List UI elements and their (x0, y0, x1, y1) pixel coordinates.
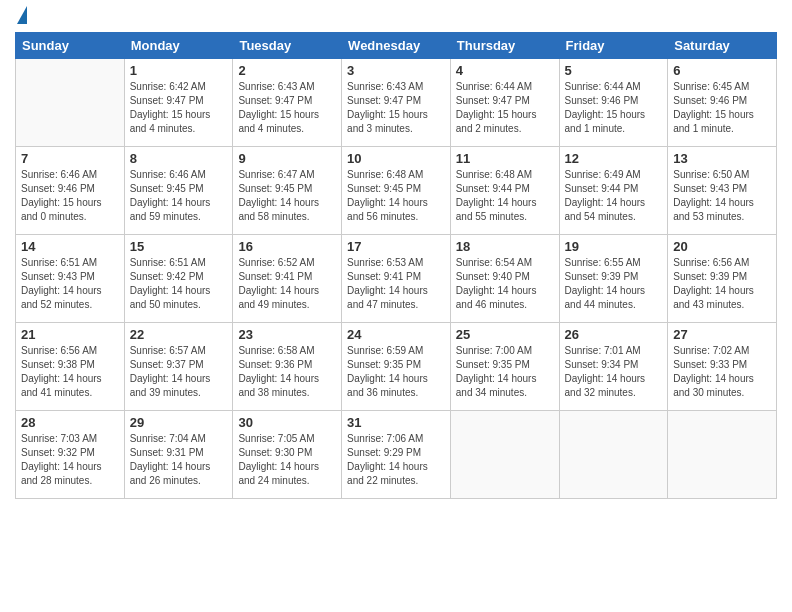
calendar-cell: 22Sunrise: 6:57 AM Sunset: 9:37 PM Dayli… (124, 323, 233, 411)
calendar-cell: 6Sunrise: 6:45 AM Sunset: 9:46 PM Daylig… (668, 59, 777, 147)
calendar-cell: 2Sunrise: 6:43 AM Sunset: 9:47 PM Daylig… (233, 59, 342, 147)
day-number: 17 (347, 239, 445, 254)
day-number: 11 (456, 151, 554, 166)
page: SundayMondayTuesdayWednesdayThursdayFrid… (0, 0, 792, 612)
calendar-cell: 27Sunrise: 7:02 AM Sunset: 9:33 PM Dayli… (668, 323, 777, 411)
calendar-cell: 30Sunrise: 7:05 AM Sunset: 9:30 PM Dayli… (233, 411, 342, 499)
day-number: 13 (673, 151, 771, 166)
weekday-header-saturday: Saturday (668, 33, 777, 59)
calendar-cell: 23Sunrise: 6:58 AM Sunset: 9:36 PM Dayli… (233, 323, 342, 411)
weekday-header-thursday: Thursday (450, 33, 559, 59)
day-number: 8 (130, 151, 228, 166)
day-info: Sunrise: 6:44 AM Sunset: 9:46 PM Dayligh… (565, 80, 663, 136)
calendar-header-row: SundayMondayTuesdayWednesdayThursdayFrid… (16, 33, 777, 59)
day-info: Sunrise: 7:06 AM Sunset: 9:29 PM Dayligh… (347, 432, 445, 488)
day-info: Sunrise: 6:52 AM Sunset: 9:41 PM Dayligh… (238, 256, 336, 312)
day-info: Sunrise: 6:53 AM Sunset: 9:41 PM Dayligh… (347, 256, 445, 312)
day-info: Sunrise: 6:57 AM Sunset: 9:37 PM Dayligh… (130, 344, 228, 400)
calendar-cell: 1Sunrise: 6:42 AM Sunset: 9:47 PM Daylig… (124, 59, 233, 147)
day-info: Sunrise: 6:50 AM Sunset: 9:43 PM Dayligh… (673, 168, 771, 224)
day-info: Sunrise: 7:01 AM Sunset: 9:34 PM Dayligh… (565, 344, 663, 400)
day-info: Sunrise: 6:51 AM Sunset: 9:42 PM Dayligh… (130, 256, 228, 312)
calendar-cell: 13Sunrise: 6:50 AM Sunset: 9:43 PM Dayli… (668, 147, 777, 235)
day-info: Sunrise: 6:43 AM Sunset: 9:47 PM Dayligh… (238, 80, 336, 136)
calendar-week-row: 14Sunrise: 6:51 AM Sunset: 9:43 PM Dayli… (16, 235, 777, 323)
day-info: Sunrise: 7:02 AM Sunset: 9:33 PM Dayligh… (673, 344, 771, 400)
calendar-cell: 8Sunrise: 6:46 AM Sunset: 9:45 PM Daylig… (124, 147, 233, 235)
day-info: Sunrise: 6:43 AM Sunset: 9:47 PM Dayligh… (347, 80, 445, 136)
day-info: Sunrise: 6:56 AM Sunset: 9:39 PM Dayligh… (673, 256, 771, 312)
calendar-cell: 18Sunrise: 6:54 AM Sunset: 9:40 PM Dayli… (450, 235, 559, 323)
day-number: 30 (238, 415, 336, 430)
day-number: 21 (21, 327, 119, 342)
weekday-header-tuesday: Tuesday (233, 33, 342, 59)
calendar-cell: 20Sunrise: 6:56 AM Sunset: 9:39 PM Dayli… (668, 235, 777, 323)
day-info: Sunrise: 6:42 AM Sunset: 9:47 PM Dayligh… (130, 80, 228, 136)
calendar-cell: 25Sunrise: 7:00 AM Sunset: 9:35 PM Dayli… (450, 323, 559, 411)
day-number: 5 (565, 63, 663, 78)
day-number: 26 (565, 327, 663, 342)
day-info: Sunrise: 6:45 AM Sunset: 9:46 PM Dayligh… (673, 80, 771, 136)
day-info: Sunrise: 7:04 AM Sunset: 9:31 PM Dayligh… (130, 432, 228, 488)
calendar-cell: 15Sunrise: 6:51 AM Sunset: 9:42 PM Dayli… (124, 235, 233, 323)
day-number: 3 (347, 63, 445, 78)
calendar-cell (559, 411, 668, 499)
weekday-header-monday: Monday (124, 33, 233, 59)
calendar-cell: 7Sunrise: 6:46 AM Sunset: 9:46 PM Daylig… (16, 147, 125, 235)
day-number: 28 (21, 415, 119, 430)
calendar-cell: 11Sunrise: 6:48 AM Sunset: 9:44 PM Dayli… (450, 147, 559, 235)
weekday-header-friday: Friday (559, 33, 668, 59)
day-number: 19 (565, 239, 663, 254)
calendar-cell: 19Sunrise: 6:55 AM Sunset: 9:39 PM Dayli… (559, 235, 668, 323)
calendar-cell: 17Sunrise: 6:53 AM Sunset: 9:41 PM Dayli… (342, 235, 451, 323)
logo (15, 10, 27, 24)
calendar-cell: 9Sunrise: 6:47 AM Sunset: 9:45 PM Daylig… (233, 147, 342, 235)
weekday-header-wednesday: Wednesday (342, 33, 451, 59)
calendar-week-row: 28Sunrise: 7:03 AM Sunset: 9:32 PM Dayli… (16, 411, 777, 499)
calendar-table: SundayMondayTuesdayWednesdayThursdayFrid… (15, 32, 777, 499)
day-info: Sunrise: 7:05 AM Sunset: 9:30 PM Dayligh… (238, 432, 336, 488)
day-number: 29 (130, 415, 228, 430)
day-number: 24 (347, 327, 445, 342)
day-number: 22 (130, 327, 228, 342)
calendar-cell: 26Sunrise: 7:01 AM Sunset: 9:34 PM Dayli… (559, 323, 668, 411)
day-number: 16 (238, 239, 336, 254)
day-number: 25 (456, 327, 554, 342)
day-info: Sunrise: 6:46 AM Sunset: 9:46 PM Dayligh… (21, 168, 119, 224)
calendar-cell: 10Sunrise: 6:48 AM Sunset: 9:45 PM Dayli… (342, 147, 451, 235)
day-info: Sunrise: 6:59 AM Sunset: 9:35 PM Dayligh… (347, 344, 445, 400)
day-info: Sunrise: 7:00 AM Sunset: 9:35 PM Dayligh… (456, 344, 554, 400)
day-info: Sunrise: 6:51 AM Sunset: 9:43 PM Dayligh… (21, 256, 119, 312)
day-number: 27 (673, 327, 771, 342)
day-info: Sunrise: 6:48 AM Sunset: 9:45 PM Dayligh… (347, 168, 445, 224)
calendar-cell: 12Sunrise: 6:49 AM Sunset: 9:44 PM Dayli… (559, 147, 668, 235)
day-info: Sunrise: 6:47 AM Sunset: 9:45 PM Dayligh… (238, 168, 336, 224)
calendar-cell: 16Sunrise: 6:52 AM Sunset: 9:41 PM Dayli… (233, 235, 342, 323)
day-info: Sunrise: 6:55 AM Sunset: 9:39 PM Dayligh… (565, 256, 663, 312)
calendar-cell: 5Sunrise: 6:44 AM Sunset: 9:46 PM Daylig… (559, 59, 668, 147)
calendar-cell: 14Sunrise: 6:51 AM Sunset: 9:43 PM Dayli… (16, 235, 125, 323)
day-number: 18 (456, 239, 554, 254)
day-number: 7 (21, 151, 119, 166)
day-info: Sunrise: 6:54 AM Sunset: 9:40 PM Dayligh… (456, 256, 554, 312)
calendar-cell: 21Sunrise: 6:56 AM Sunset: 9:38 PM Dayli… (16, 323, 125, 411)
calendar-cell: 29Sunrise: 7:04 AM Sunset: 9:31 PM Dayli… (124, 411, 233, 499)
day-number: 6 (673, 63, 771, 78)
day-number: 9 (238, 151, 336, 166)
calendar-week-row: 21Sunrise: 6:56 AM Sunset: 9:38 PM Dayli… (16, 323, 777, 411)
day-number: 23 (238, 327, 336, 342)
calendar-cell: 28Sunrise: 7:03 AM Sunset: 9:32 PM Dayli… (16, 411, 125, 499)
day-info: Sunrise: 6:56 AM Sunset: 9:38 PM Dayligh… (21, 344, 119, 400)
calendar-cell: 4Sunrise: 6:44 AM Sunset: 9:47 PM Daylig… (450, 59, 559, 147)
day-info: Sunrise: 6:44 AM Sunset: 9:47 PM Dayligh… (456, 80, 554, 136)
day-info: Sunrise: 6:46 AM Sunset: 9:45 PM Dayligh… (130, 168, 228, 224)
weekday-header-sunday: Sunday (16, 33, 125, 59)
day-number: 15 (130, 239, 228, 254)
logo-triangle-icon (17, 6, 27, 24)
day-info: Sunrise: 6:49 AM Sunset: 9:44 PM Dayligh… (565, 168, 663, 224)
calendar-cell (450, 411, 559, 499)
calendar-cell: 24Sunrise: 6:59 AM Sunset: 9:35 PM Dayli… (342, 323, 451, 411)
day-number: 12 (565, 151, 663, 166)
calendar-cell (16, 59, 125, 147)
calendar-week-row: 7Sunrise: 6:46 AM Sunset: 9:46 PM Daylig… (16, 147, 777, 235)
